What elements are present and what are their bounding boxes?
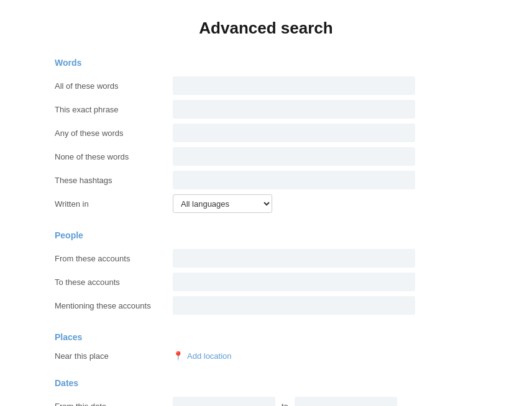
from-date-input[interactable] — [173, 397, 275, 406]
mentioning-accounts-label: Mentioning these accounts — [55, 301, 173, 310]
hashtags-input[interactable] — [173, 171, 415, 189]
places-section: Places Near this place 📍 Add location — [55, 332, 477, 361]
near-place-row: Near this place 📍 Add location — [55, 351, 477, 361]
date-to-separator: to — [282, 402, 288, 407]
exact-phrase-label: This exact phrase — [55, 105, 173, 114]
written-in-label: Written in — [55, 199, 173, 209]
to-accounts-row: To these accounts — [55, 273, 477, 291]
date-inputs-container: to — [173, 397, 397, 406]
all-words-row: All of these words — [55, 76, 477, 95]
mentioning-accounts-input[interactable] — [173, 296, 415, 315]
any-words-row: Any of these words — [55, 124, 477, 142]
hashtags-label: These hashtags — [55, 176, 173, 185]
exact-phrase-row: This exact phrase — [55, 100, 477, 119]
none-words-label: None of these words — [55, 152, 173, 161]
words-section-title: Words — [55, 58, 477, 68]
page-title: Advanced search — [55, 19, 477, 38]
any-words-input[interactable] — [173, 124, 415, 142]
all-words-label: All of these words — [55, 81, 173, 91]
dates-section: Dates From this date to — [55, 378, 477, 406]
to-accounts-input[interactable] — [173, 273, 415, 291]
none-words-input[interactable] — [173, 147, 415, 166]
location-pin-icon: 📍 — [173, 351, 183, 361]
all-words-input[interactable] — [173, 76, 415, 95]
language-select[interactable]: All languages English Spanish French Ger… — [173, 194, 272, 213]
add-location-link[interactable]: Add location — [187, 351, 232, 361]
written-in-row: Written in All languages English Spanish… — [55, 194, 477, 213]
page-container: Advanced search Words All of these words… — [30, 0, 502, 406]
none-words-row: None of these words — [55, 147, 477, 166]
mentioning-accounts-row: Mentioning these accounts — [55, 296, 477, 315]
people-section-title: People — [55, 230, 477, 240]
from-accounts-input[interactable] — [173, 249, 415, 268]
to-date-input[interactable] — [295, 397, 397, 406]
from-date-label: From this date — [55, 402, 173, 407]
dates-row: From this date to — [55, 397, 477, 406]
add-location-container: 📍 Add location — [173, 351, 232, 361]
to-accounts-label: To these accounts — [55, 277, 173, 287]
dates-section-title: Dates — [55, 378, 477, 388]
exact-phrase-input[interactable] — [173, 100, 415, 119]
places-section-title: Places — [55, 332, 477, 342]
near-place-label: Near this place — [55, 351, 173, 361]
from-accounts-label: From these accounts — [55, 254, 173, 263]
hashtags-row: These hashtags — [55, 171, 477, 189]
words-section: Words All of these words This exact phra… — [55, 58, 477, 213]
people-section: People From these accounts To these acco… — [55, 230, 477, 315]
any-words-label: Any of these words — [55, 129, 173, 138]
from-accounts-row: From these accounts — [55, 249, 477, 268]
